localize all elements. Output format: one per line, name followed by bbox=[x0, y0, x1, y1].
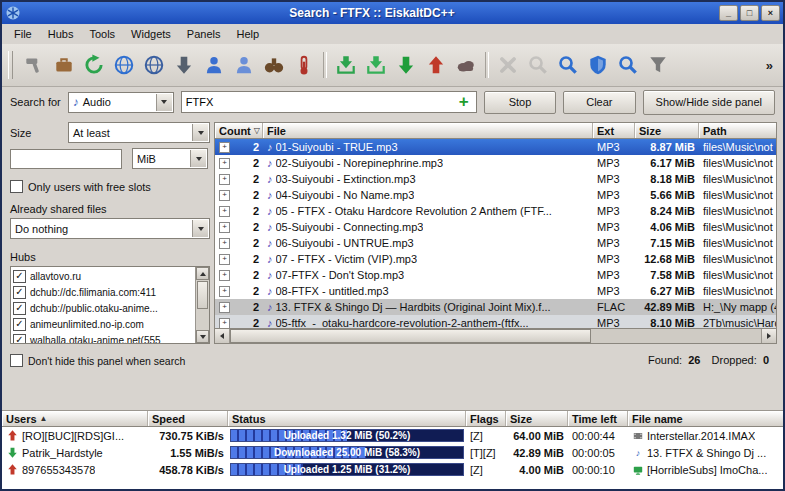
clear-button[interactable]: Clear bbox=[563, 91, 635, 114]
expand-icon[interactable]: + bbox=[219, 302, 230, 313]
result-row[interactable]: +2♪06-Suiyoubi - UNTRUE.mp3MP37.15 MiBfi… bbox=[215, 235, 776, 251]
hub-item[interactable]: ✓walhalla.otaku-anime.net(555 bbox=[13, 332, 194, 343]
download-arrow-icon[interactable] bbox=[391, 50, 421, 80]
hub-checkbox[interactable]: ✓ bbox=[13, 318, 26, 331]
reload-icon[interactable] bbox=[79, 50, 109, 80]
result-row[interactable]: +2♪08-FTFX - untitled.mp3MP36.27 MiBfile… bbox=[215, 283, 776, 299]
result-row[interactable]: +2♪05 - FTFX - Otaku Hardcore Revolution… bbox=[215, 203, 776, 219]
result-row[interactable]: +2♪03-Suiyoubi - Extinction.mp3MP38.18 M… bbox=[215, 171, 776, 187]
stop-button[interactable]: Stop bbox=[484, 91, 556, 114]
column-count[interactable]: Count ▽ bbox=[215, 123, 263, 138]
expand-icon[interactable]: + bbox=[219, 286, 230, 297]
scrollbar-thumb[interactable] bbox=[230, 329, 591, 343]
result-row[interactable]: +2♪05-Suiyoubi - Connecting.mp3MP34.06 M… bbox=[215, 219, 776, 235]
column-users[interactable]: Users ▲ bbox=[2, 411, 148, 426]
finished-uploads-icon[interactable] bbox=[361, 50, 391, 80]
combo-arrow-button[interactable] bbox=[190, 150, 206, 167]
scroll-left-button[interactable] bbox=[215, 329, 230, 343]
dont-hide-checkbox[interactable] bbox=[10, 354, 23, 367]
download-queue-icon[interactable] bbox=[169, 50, 199, 80]
menu-file[interactable]: File bbox=[6, 26, 40, 42]
expand-icon[interactable]: + bbox=[219, 238, 230, 249]
expand-icon[interactable]: + bbox=[219, 270, 230, 281]
hub-list-scrollbar[interactable] bbox=[195, 267, 209, 343]
combo-arrow-button[interactable] bbox=[192, 220, 208, 237]
adl-shield-icon[interactable] bbox=[583, 50, 613, 80]
column-status[interactable]: Status bbox=[228, 411, 466, 426]
users-icon[interactable] bbox=[229, 50, 259, 80]
scrollbar-thumb[interactable] bbox=[197, 281, 208, 309]
transfer-row[interactable]: 897655343578458.78 KiB/sUploaded 1.25 Mi… bbox=[2, 461, 783, 478]
toolbar-drag-handle[interactable] bbox=[8, 51, 13, 79]
favorite-hubs-globe-icon[interactable] bbox=[109, 50, 139, 80]
scrollbar-track[interactable] bbox=[196, 310, 209, 330]
search-binoculars-icon[interactable] bbox=[259, 50, 289, 80]
settings-hammer-icon[interactable] bbox=[19, 50, 49, 80]
column-file[interactable]: File bbox=[263, 123, 593, 138]
upload-arrow-icon[interactable] bbox=[421, 50, 451, 80]
spy-gauge-icon[interactable] bbox=[289, 50, 319, 80]
result-row[interactable]: +2♪07-FTFX - Don't Stop.mp3MP37.58 MiBfi… bbox=[215, 267, 776, 283]
free-slots-option[interactable]: Only users with free slots bbox=[10, 180, 210, 193]
search-type-combo[interactable]: ♪ Audio bbox=[68, 92, 174, 113]
combo-arrow-button[interactable] bbox=[156, 94, 172, 111]
hub-item[interactable]: ✓allavtovo.ru bbox=[13, 268, 194, 284]
dont-hide-option[interactable]: Don't hide this panel when search bbox=[10, 354, 210, 367]
shared-files-combo[interactable]: Do nothing bbox=[10, 218, 210, 239]
search-input[interactable] bbox=[182, 96, 452, 108]
column-flags[interactable]: Flags bbox=[466, 411, 506, 426]
column-path[interactable]: Path bbox=[699, 123, 776, 138]
column-ext[interactable]: Ext bbox=[593, 123, 635, 138]
result-row[interactable]: +2♪13. FTFX & Shingo Dj — Hardbits (Orig… bbox=[215, 299, 776, 315]
hub-cloud-icon[interactable] bbox=[451, 50, 481, 80]
quick-search-icon[interactable] bbox=[613, 50, 643, 80]
finished-downloads-icon[interactable] bbox=[331, 50, 361, 80]
transfer-row[interactable]: Patrik_Hardstyle1.55 MiB/sDownloaded 25.… bbox=[2, 444, 783, 461]
titlebar[interactable]: Search - FTFX :: EiskaltDC++ _ □ × bbox=[2, 2, 783, 24]
menu-help[interactable]: Help bbox=[229, 26, 268, 42]
scroll-right-button[interactable] bbox=[761, 329, 776, 343]
size-value-input[interactable] bbox=[10, 149, 122, 169]
hub-checkbox[interactable]: ✓ bbox=[13, 270, 26, 283]
search-spy-icon[interactable] bbox=[553, 50, 583, 80]
connect-icon[interactable] bbox=[49, 50, 79, 80]
maximize-button[interactable]: □ bbox=[740, 5, 759, 21]
size-unit-combo[interactable]: MiB bbox=[132, 148, 208, 169]
minimize-button[interactable]: _ bbox=[719, 5, 738, 21]
result-row[interactable]: +2♪04-Suiyoubi - No Name.mp3MP35.66 MiBf… bbox=[215, 187, 776, 203]
scroll-up-button[interactable] bbox=[196, 267, 209, 280]
column-speed[interactable]: Speed bbox=[148, 411, 228, 426]
toggle-side-panel-button[interactable]: Show/Hide side panel bbox=[643, 90, 775, 115]
column-time-left[interactable]: Time left bbox=[568, 411, 628, 426]
menu-hubs[interactable]: Hubs bbox=[40, 26, 82, 42]
hub-checkbox[interactable]: ✓ bbox=[13, 302, 26, 315]
result-row[interactable]: +2♪02-Suiyoubi - Norepinephrine.mp3MP36.… bbox=[215, 155, 776, 171]
hub-item[interactable]: ✓dchub://dc.filimania.com:411 bbox=[13, 284, 194, 300]
toolbar-overflow-button[interactable]: » bbox=[760, 58, 779, 73]
hub-checkbox[interactable]: ✓ bbox=[13, 334, 26, 344]
hub-checkbox[interactable]: ✓ bbox=[13, 286, 26, 299]
close-button[interactable]: × bbox=[761, 5, 780, 21]
size-mode-combo[interactable]: At least bbox=[68, 122, 210, 143]
add-search-button[interactable]: + bbox=[452, 92, 476, 112]
transfer-row[interactable]: [RO][BUC][RDS]GI...730.75 KiB/sUploaded … bbox=[2, 427, 783, 444]
menu-widgets[interactable]: Widgets bbox=[123, 26, 179, 42]
menu-panels[interactable]: Panels bbox=[179, 26, 229, 42]
expand-icon[interactable]: + bbox=[219, 206, 230, 217]
result-row[interactable]: +2♪01-Suiyoubi - TRUE.mp3MP38.87 MiBfile… bbox=[215, 139, 776, 155]
public-hubs-globe-icon[interactable] bbox=[139, 50, 169, 80]
hub-item[interactable]: ✓dchub://public.otaku-anime... bbox=[13, 300, 194, 316]
filter-funnel-icon[interactable] bbox=[643, 50, 673, 80]
column-size[interactable]: Size bbox=[635, 123, 699, 138]
scroll-down-button[interactable] bbox=[196, 330, 209, 343]
expand-icon[interactable]: + bbox=[219, 190, 230, 201]
favorite-users-icon[interactable] bbox=[199, 50, 229, 80]
column-file-name[interactable]: File name bbox=[628, 411, 783, 426]
expand-icon[interactable]: + bbox=[219, 222, 230, 233]
expand-icon[interactable]: + bbox=[219, 318, 230, 329]
expand-icon[interactable]: + bbox=[219, 142, 230, 153]
results-hscrollbar[interactable] bbox=[214, 329, 777, 344]
hub-item[interactable]: ✓animeunlimited.no-ip.com bbox=[13, 316, 194, 332]
combo-arrow-button[interactable] bbox=[192, 124, 208, 141]
expand-icon[interactable]: + bbox=[219, 158, 230, 169]
